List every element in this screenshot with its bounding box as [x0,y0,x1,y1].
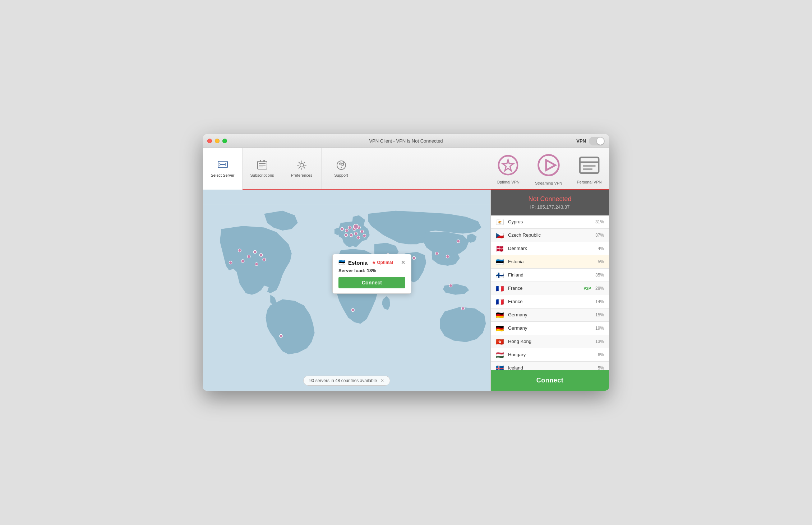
tab-personal-vpn-label: Personal VPN [577,180,601,184]
svg-point-26 [255,262,258,266]
flag-icon: 🇨🇾 [496,219,504,225]
server-list[interactable]: 🇨🇾 Cyprus 31% 🇨🇿 Czech Republic 37% 🇩🇰 D… [491,215,609,370]
tab-personal-vpn[interactable]: Personal VPN [569,148,609,189]
svg-point-35 [350,233,353,237]
vpn-toggle[interactable] [589,137,605,145]
traffic-lights [207,139,227,143]
panel-status: Not Connected [497,195,603,203]
server-panel: Not Connected IP: 185.177.243.37 🇨🇾 Cypr… [490,190,609,391]
server-name: Denmark [508,246,593,251]
server-name: Hong Kong [508,339,593,344]
list-item[interactable]: 🇨🇾 Cyprus 31% [491,215,609,229]
svg-point-36 [345,233,348,237]
personal-vpn-icon [577,153,602,178]
maximize-button[interactable] [222,139,227,143]
server-name: Iceland [508,365,593,370]
panel-connect-button[interactable]: Connect [491,370,609,391]
tab-streaming-vpn[interactable]: Streaming VPN [528,148,569,189]
server-load: 14% [593,299,604,304]
tab-subscriptions[interactable]: Subscriptions [243,148,282,189]
flag-icon: 🇨🇿 [496,232,504,238]
svg-point-40 [363,234,366,237]
svg-point-8 [300,163,304,167]
server-load: 31% [593,219,604,224]
list-item[interactable]: 🇩🇪 Germany 15% [491,308,609,322]
server-name: France [508,285,583,291]
toolbar-spacer [361,148,488,189]
toolbar: Select Server Subscriptions Preferences [203,148,609,190]
list-item[interactable]: 🇨🇿 Czech Republic 37% [491,229,609,242]
svg-point-10 [341,167,342,168]
tab-select-server[interactable]: Select Server [203,148,243,190]
window-title: VPN Client - VPN is Not Connected [369,138,443,144]
server-name: France [508,299,593,304]
tab-streaming-vpn-label: Streaming VPN [535,181,562,185]
flag-icon: 🇩🇪 [496,312,504,318]
server-load: 5% [593,259,604,264]
tab-optimal-vpn-label: Optimal VPN [497,180,520,184]
app-window: VPN Client - VPN is Not Connected VPN Se… [203,134,609,391]
popup-connect-button[interactable]: Connect [338,277,405,288]
svg-point-24 [259,254,263,257]
list-item[interactable]: 🇩🇰 Denmark 4% [491,242,609,255]
panel-header: Not Connected IP: 185.177.243.37 [491,190,609,215]
list-item[interactable]: 🇫🇷 France 14% [491,295,609,308]
streaming-vpn-icon [535,152,562,179]
svg-point-23 [253,250,257,254]
svg-point-34 [354,232,357,235]
svg-point-30 [341,227,344,231]
tab-support[interactable]: 24 Support [322,148,361,189]
flag-icon: 🇩🇪 [496,325,504,331]
tab-subscriptions-label: Subscriptions [250,173,274,177]
tab-support-label: Support [334,173,348,177]
list-item[interactable]: 🇮🇸 Iceland 5% [491,362,609,370]
server-load: 28% [593,286,604,291]
server-load: 4% [593,246,604,251]
svg-point-44 [446,255,449,258]
flag-icon: 🇪🇪 [496,259,504,265]
svg-marker-13 [503,160,514,171]
popup-header: 🇪🇪 Estonia ★ Optimal ✕ [338,259,405,266]
preferences-icon [296,159,308,171]
list-item[interactable]: 🇪🇪 Estonia 5% [491,255,609,269]
svg-point-31 [345,229,349,232]
tab-optimal-vpn[interactable]: Optimal VPN [488,148,528,189]
optimal-vpn-icon [495,153,521,178]
svg-point-29 [280,334,283,338]
panel-ip: IP: 185.177.243.37 [497,204,603,210]
popup-close-button[interactable]: ✕ [401,260,405,265]
tab-preferences[interactable]: Preferences [282,148,322,189]
server-load: 35% [593,273,604,278]
server-name: Germany [508,325,593,331]
subscriptions-icon [257,159,268,171]
svg-point-43 [435,252,439,255]
list-item[interactable]: 🇭🇺 Hungary 6% [491,348,609,362]
svg-point-39 [357,236,360,239]
svg-point-47 [461,307,465,310]
list-item[interactable]: 🇫🇷 France P2P 28% [491,282,609,295]
list-item[interactable]: 🇫🇮 Finland 35% [491,269,609,282]
list-item[interactable]: 🇩🇪 Germany 19% [491,322,609,335]
popup-server-load: Server load: 18% [338,268,405,273]
support-icon: 24 [336,159,347,171]
map-area[interactable]: 🇪🇪 Estonia ★ Optimal ✕ Server load: 18% … [203,190,490,391]
svg-rect-7 [263,160,265,162]
minimize-button[interactable] [215,139,220,143]
tab-select-server-label: Select Server [211,173,234,177]
server-name: Estonia [508,259,593,264]
status-bar-close[interactable]: ✕ [380,378,384,383]
svg-point-28 [229,261,232,264]
status-bar-text: 90 servers in 48 countries available [309,378,377,383]
svg-point-48 [351,308,355,312]
svg-point-22 [247,255,250,258]
svg-point-38 [360,230,364,233]
flag-icon: 🇫🇷 [496,299,504,305]
close-button[interactable] [207,139,212,143]
map-popup: 🇪🇪 Estonia ★ Optimal ✕ Server load: 18% … [332,254,411,294]
server-load: 19% [593,326,604,331]
flag-icon: 🇭🇰 [496,339,504,344]
svg-point-25 [263,258,266,261]
popup-flag: 🇪🇪 [338,259,345,266]
list-item[interactable]: 🇭🇰 Hong Kong 13% [491,335,609,348]
server-load: 15% [593,312,604,317]
